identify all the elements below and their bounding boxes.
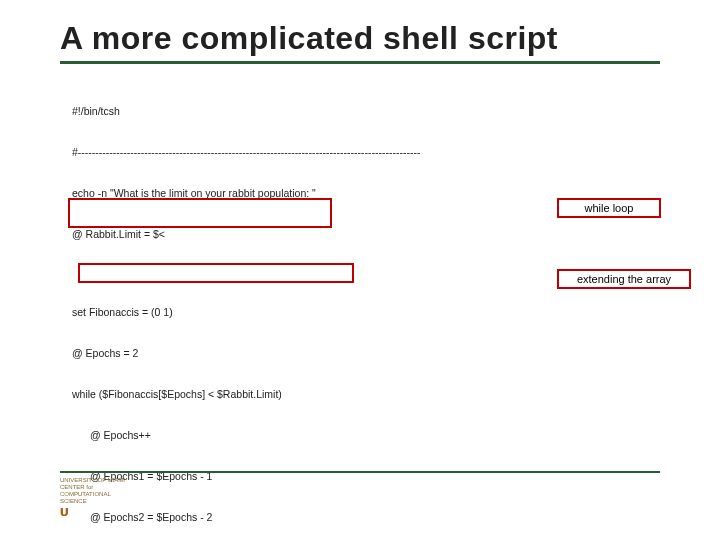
callout-extending-array: extending the array <box>557 269 691 289</box>
code-line: set Fibonaccis = (0 1) <box>72 306 660 320</box>
callout-while-loop: while loop <box>557 198 661 218</box>
u-logo-icon <box>60 508 74 518</box>
footer-line-1: UNIVERSITY OF MIAMI <box>60 477 125 484</box>
code-line: #---------------------------------------… <box>72 146 660 160</box>
slide-title: A more complicated shell script <box>60 20 660 57</box>
footer-line-2: CENTER for <box>60 484 125 491</box>
code-line: @ Epochs++ <box>72 429 151 443</box>
code-block-1: #!/bin/tcsh #---------------------------… <box>72 78 660 269</box>
footer: UNIVERSITY OF MIAMI CENTER for COMPUTATI… <box>0 471 720 518</box>
title-rule <box>60 61 660 64</box>
footer-line-4: SCIENCE <box>60 498 125 505</box>
code-line: @ Rabbit.Limit = $< <box>72 228 660 242</box>
footer-logo-text: UNIVERSITY OF MIAMI CENTER for COMPUTATI… <box>60 477 125 518</box>
code-line: @ Epochs = 2 <box>72 347 660 361</box>
footer-line-3: COMPUTATIONAL <box>60 491 125 498</box>
slide: A more complicated shell script #!/bin/t… <box>0 0 720 540</box>
code-line: #!/bin/tcsh <box>72 105 660 119</box>
footer-inner: UNIVERSITY OF MIAMI CENTER for COMPUTATI… <box>60 477 660 518</box>
footer-rule <box>60 471 660 473</box>
code-line: while ($Fibonaccis[$Epochs] < $Rabbit.Li… <box>72 388 660 402</box>
